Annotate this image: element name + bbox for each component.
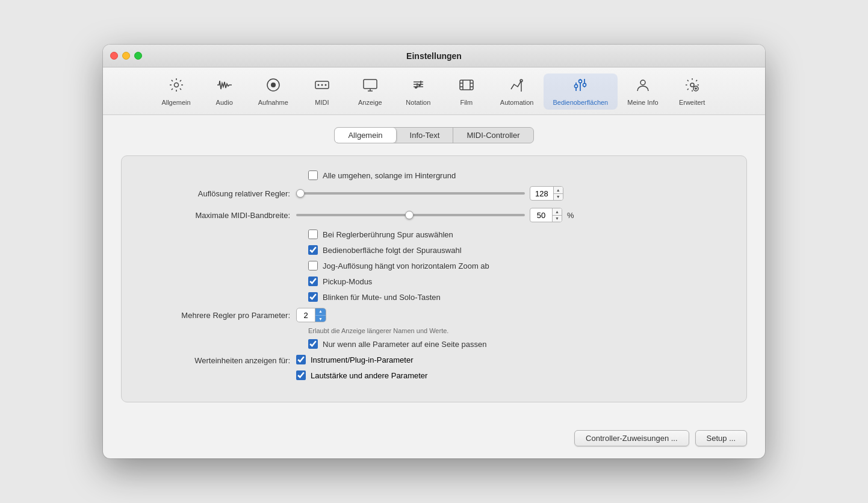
minimize-button[interactable]: [122, 52, 130, 60]
nur-wenn-label[interactable]: Nur wenn alle Parameter auf eine Seite p…: [323, 340, 486, 349]
aufloesung-spinner-up[interactable]: ▲: [554, 187, 563, 194]
toolbar-item-automation[interactable]: Automation: [491, 73, 544, 110]
pickup-modus-checkbox[interactable]: [308, 276, 318, 286]
toolbar-label-allgemein: Allgemein: [161, 99, 190, 106]
subtab-infotext[interactable]: Info-Text: [397, 128, 454, 143]
maximale-unit: %: [567, 211, 574, 220]
svg-point-33: [690, 83, 694, 87]
mehrere-value: 2: [297, 311, 315, 320]
subtab-midicontroller[interactable]: MIDI-Controller: [453, 128, 533, 143]
toolbar-item-film[interactable]: Film: [442, 73, 491, 110]
maximale-control: 50 ▲ ▼ %: [296, 208, 574, 222]
mehrere-arrow-down[interactable]: ▼: [315, 316, 326, 323]
regler-row: Bei Reglerberührung Spur auswählen: [140, 230, 728, 239]
setup-button[interactable]: Setup ...: [695, 430, 747, 446]
window-title: Einstellungen: [406, 51, 462, 61]
svg-point-6: [324, 84, 326, 86]
werteinheiten-row: Werteinheiten anzeigen für: Instrument/P…: [140, 355, 728, 380]
toolbar-item-erweitert[interactable]: Erweitert: [668, 73, 716, 110]
svg-point-5: [321, 84, 323, 86]
toolbar-label-midi: MIDI: [315, 99, 329, 106]
subtab-allgemein[interactable]: Allgemein: [335, 128, 396, 143]
settings-panel: Alle umgehen, solange im Hintergrund Auf…: [121, 155, 747, 402]
werteinheiten-label: Werteinheiten anzeigen für:: [140, 355, 296, 365]
pickup-modus-label[interactable]: Pickup-Modus: [323, 277, 372, 286]
subtabs: Allgemein Info-Text MIDI-Controller: [121, 127, 747, 143]
toolbar-item-allgemein[interactable]: Allgemein: [152, 73, 200, 110]
instrument-label[interactable]: Instrument/Plug-in-Parameter: [311, 355, 414, 364]
main-window: Einstellungen Allgemein Audio: [103, 45, 765, 458]
automation-icon: [509, 77, 525, 96]
toolbar-item-meineinfo[interactable]: Meine Info: [618, 73, 668, 110]
aufloesung-spinners: ▲ ▼: [553, 187, 563, 200]
close-button[interactable]: [110, 52, 118, 60]
sliders-icon: [572, 77, 588, 96]
titlebar: Einstellungen: [103, 45, 765, 67]
person-icon: [635, 77, 651, 96]
blinken-label[interactable]: Blinken für Mute- und Solo-Tasten: [323, 293, 441, 302]
bedienoberflaeche-folgt-label[interactable]: Bedienoberfläche folgt der Spurauswahl: [323, 246, 462, 255]
toolbar-label-meineinfo: Meine Info: [627, 99, 658, 106]
toolbar-item-aufnahme[interactable]: Aufnahme: [249, 73, 298, 110]
mehrere-control: 2 ▲ ▼: [296, 308, 326, 322]
instrument-checkbox[interactable]: [296, 355, 306, 364]
gear-icon: [169, 77, 184, 96]
maximale-spinner-down[interactable]: ▼: [553, 216, 562, 222]
toolbar-label-bedienoberflaechen: Bedienoberflächen: [553, 99, 609, 106]
svg-rect-17: [460, 80, 473, 90]
bedienoberflaeche-folgt-checkbox[interactable]: [308, 245, 318, 255]
toolbar-item-midi[interactable]: MIDI: [298, 73, 346, 110]
mehrere-arrow-up[interactable]: ▲: [315, 308, 326, 316]
jog-aufloesung-checkbox[interactable]: [308, 261, 318, 270]
maximale-spinners: ▲ ▼: [552, 208, 562, 222]
traffic-lights: [110, 52, 142, 60]
aufloesung-label: Auflösung relativer Regler:: [140, 189, 296, 198]
toolbar-label-automation: Automation: [500, 99, 534, 106]
toolbar-label-notation: Notation: [406, 99, 430, 106]
maximale-slider[interactable]: [296, 214, 525, 216]
alle-umgehen-label[interactable]: Alle umgehen, solange im Hintergrund: [323, 171, 456, 180]
mehrere-label: Mehrere Regler pro Parameter:: [140, 311, 296, 320]
toolbar-label-audio: Audio: [216, 99, 233, 106]
svg-point-30: [575, 85, 578, 88]
notation-icon: [411, 77, 426, 96]
alle-umgehen-checkbox[interactable]: [308, 170, 318, 180]
alle-umgehen-row: Alle umgehen, solange im Hintergrund: [140, 170, 728, 180]
lautstaerke-checkbox[interactable]: [296, 370, 306, 380]
toolbar-item-bedienoberflaechen[interactable]: Bedienoberflächen: [544, 73, 618, 110]
aufloesung-control: 128 ▲ ▼: [296, 186, 563, 201]
toolbar-label-erweitert: Erweitert: [679, 99, 705, 106]
jog-row: Jog-Auflösung hängt von horizontalem Zoo…: [140, 261, 728, 270]
content-area: Allgemein Info-Text MIDI-Controller Alle…: [103, 115, 765, 420]
blinken-row: Blinken für Mute- und Solo-Tasten: [140, 292, 728, 302]
aufloesung-slider[interactable]: [296, 192, 525, 195]
nur-wenn-checkbox[interactable]: [308, 339, 318, 349]
midi-icon: [314, 77, 330, 96]
mehrere-arrows: ▲ ▼: [315, 308, 326, 322]
aufloesung-spinner-down[interactable]: ▼: [554, 194, 563, 201]
toolbar-label-aufnahme: Aufnahme: [258, 99, 288, 106]
aufloesung-row: Auflösung relativer Regler: 128 ▲ ▼: [140, 186, 728, 201]
toolbar-item-notation[interactable]: Notation: [394, 73, 442, 110]
maximale-spinner-up[interactable]: ▲: [553, 208, 562, 216]
hint-text: Erlaubt die Anzeige längerer Namen und W…: [140, 327, 728, 334]
toolbar-label-film: Film: [460, 99, 473, 106]
jog-aufloesung-label[interactable]: Jog-Auflösung hängt von horizontalem Zoo…: [323, 261, 489, 270]
maximize-button[interactable]: [134, 52, 142, 60]
lautstaerke-label[interactable]: Lautstärke und andere Parameter: [311, 371, 427, 380]
waveform-icon: [217, 77, 232, 96]
svg-point-31: [583, 84, 586, 87]
controller-zuweisungen-button[interactable]: Controller-Zuweisungen ...: [574, 430, 689, 446]
regler-beruehrung-checkbox[interactable]: [308, 230, 318, 239]
toolbar-item-anzeige[interactable]: Anzeige: [346, 73, 394, 110]
maximale-row: Maximale MIDI-Bandbreite: 50 ▲ ▼ %: [140, 208, 728, 222]
film-icon: [459, 77, 474, 96]
svg-rect-7: [364, 80, 377, 89]
instrument-row: Instrument/Plug-in-Parameter: [296, 355, 427, 364]
blinken-checkbox[interactable]: [308, 292, 318, 302]
regler-beruehrung-label[interactable]: Bei Reglerberührung Spur auswählen: [323, 230, 453, 239]
maximale-value-box: 50 ▲ ▼: [530, 208, 562, 222]
toolbar-item-audio[interactable]: Audio: [200, 73, 249, 110]
svg-point-0: [174, 83, 178, 87]
gear-advanced-icon: [684, 77, 700, 96]
